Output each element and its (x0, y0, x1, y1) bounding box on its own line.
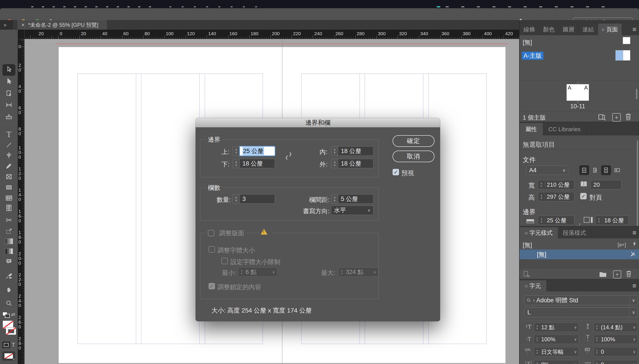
baseline-shift-field[interactable]: ∧∨ 0% ∨ (534, 360, 579, 364)
adjust-locked-checkbox[interactable]: ✓ (208, 283, 215, 289)
rectangle-tool[interactable] (5, 183, 13, 191)
tab-paragraph-styles[interactable]: 段落樣式 (558, 227, 591, 238)
tab-character[interactable]: ◇字元 (520, 280, 546, 292)
zoom-tool[interactable] (5, 299, 13, 307)
column-count-stepper[interactable]: ∧∨ (232, 194, 240, 204)
style-none-selected-row[interactable]: [無] (520, 250, 639, 259)
gap-tool[interactable] (5, 101, 13, 109)
master-a-row[interactable]: A-主版 (522, 52, 544, 60)
margin-inside-stepper-panel[interactable]: ∧∨ (596, 218, 602, 223)
pencil-tool[interactable] (5, 162, 13, 170)
master-none-swatch[interactable] (623, 37, 630, 44)
tab-cc-libraries[interactable]: CC Libraries (543, 123, 586, 136)
delete-style-button[interactable] (625, 270, 632, 278)
margin-inside-stepper[interactable]: ∧∨ (331, 146, 338, 156)
frame-tool[interactable] (5, 173, 13, 181)
master-a-swatch[interactable] (616, 50, 630, 60)
cancel-button[interactable]: 取消 (392, 150, 434, 162)
load-styles-icon[interactable] (523, 270, 530, 278)
margin-top-stepper-panel[interactable]: ∧∨ (538, 218, 545, 223)
gutter-input[interactable]: 5 公釐 (338, 194, 374, 204)
formatting-affects-container-button[interactable] (2, 342, 10, 348)
style-none-header-row[interactable]: [無] (523, 241, 532, 249)
tab-character-styles[interactable]: ◇字元樣式 (520, 227, 558, 238)
dialog-titlebar[interactable]: 邊界和欄 (196, 118, 440, 128)
v-ruler[interactable]: 020406080100120140160180200220240260280 (18, 39, 24, 364)
close-tab-icon[interactable]: × (22, 22, 24, 28)
font-style-combo[interactable]: L ∨ (524, 308, 638, 317)
free-transform-tool[interactable] (5, 227, 13, 235)
adjust-font-size-checkbox[interactable] (208, 246, 215, 252)
width-stepper[interactable]: ∧∨ (538, 182, 545, 187)
ruler-origin-box[interactable] (18, 30, 24, 39)
font-family-combo[interactable]: ∨ Adobe 明體 Std ∨ (524, 296, 638, 305)
note-tool[interactable] (5, 257, 13, 265)
margin-outside-input[interactable]: 18 公釐 (338, 159, 374, 168)
gradient-swatch-tool[interactable] (5, 237, 13, 245)
tab-links[interactable]: 連結 (578, 24, 598, 35)
orientation-portrait-button[interactable] (601, 165, 611, 175)
margin-outside-stepper[interactable]: ∧∨ (331, 159, 338, 168)
eyedropper-tool[interactable] (5, 272, 13, 280)
h-ruler[interactable]: 2002040608010012014016018020022024026028… (24, 30, 519, 39)
apply-none-button[interactable] (2, 351, 15, 361)
vertical-grid-tool[interactable] (5, 204, 13, 212)
column-count-input[interactable]: 3 (240, 194, 275, 204)
chevron-down-icon[interactable]: ∨ (630, 308, 638, 317)
pages-scrollbar[interactable] (636, 89, 638, 99)
facing-pages-checkbox[interactable]: ✓ (580, 193, 587, 200)
horizontal-scale-field[interactable]: ∧∨ 100% ∨ (594, 334, 638, 344)
chevron-down-icon[interactable]: ∨ (630, 296, 638, 305)
stroke-box-none[interactable] (6, 327, 18, 336)
tab-stroke[interactable]: 線條 (520, 24, 539, 35)
adjust-layout-checkbox[interactable] (208, 230, 214, 236)
swap-fill-stroke-icon[interactable]: ⇄ (11, 312, 15, 318)
delete-page-button[interactable] (624, 113, 632, 121)
min-size-combo[interactable]: ∧∨ 6 點 ∨ (238, 267, 278, 277)
gutter-stepper[interactable]: ∧∨ (331, 194, 338, 204)
height-stepper[interactable]: ∧∨ (538, 194, 545, 200)
panel-menu-icon[interactable]: ≡ (632, 227, 639, 238)
margin-bottom-stepper[interactable]: ∧∨ (232, 159, 240, 168)
default-fill-stroke-icon[interactable] (3, 312, 10, 318)
properties-scrollbar[interactable] (637, 140, 638, 234)
line-tool[interactable] (5, 141, 13, 149)
pages-count-field[interactable]: 20 (590, 180, 622, 189)
leading-field[interactable]: ∧∨ (14.4 點) ∨ (594, 322, 638, 332)
tracking-field[interactable]: ∧∨ 0 ∨ (594, 347, 638, 356)
tab-overflow-icon[interactable]: » (4, 22, 6, 28)
edit-page-size-icon[interactable] (598, 113, 606, 121)
margin-inside-input[interactable]: 18 公釐 (338, 146, 374, 156)
selection-tool[interactable] (5, 65, 13, 73)
direct-selection-tool[interactable] (5, 77, 13, 85)
scissors-tool[interactable]: ✂ (5, 216, 13, 224)
page-size-select[interactable]: A4 ∨ (526, 166, 568, 175)
margin-top-input[interactable]: 25 公釐 (240, 146, 275, 156)
preview-checkbox[interactable]: ✓ (392, 169, 399, 175)
margin-top-field[interactable]: ∧∨ 25 公釐 (538, 216, 574, 225)
spread-thumbnail[interactable]: A A (566, 84, 589, 101)
tab-pages[interactable]: ◇頁面 (598, 24, 622, 35)
font-size-field[interactable]: ∧∨ 12 點 ∨ (534, 322, 579, 332)
margin-top-stepper[interactable]: ∧∨ (232, 146, 240, 156)
new-page-button[interactable]: + (612, 113, 621, 122)
tab-properties[interactable]: 屬性 (520, 123, 543, 136)
font-size-limit-checkbox[interactable] (222, 258, 228, 264)
writing-direction-vertical-button[interactable]: 本 (590, 165, 600, 175)
formatting-affects-text-button[interactable]: T (12, 342, 15, 348)
orientation-landscape-button[interactable] (612, 165, 622, 175)
type-tool[interactable]: T (5, 130, 13, 138)
hand-tool[interactable] (5, 286, 13, 294)
new-style-button[interactable]: + (613, 270, 621, 278)
pen-tool[interactable] (5, 152, 13, 160)
margin-inside-field[interactable]: ∧∨ 18 公釐 (595, 216, 629, 225)
tab-color[interactable]: 顏色 (539, 24, 559, 35)
kerning-field[interactable]: ∧∨ 日文等幅 ∨ (534, 347, 579, 356)
jidori-field[interactable]: ∧∨ 0 ∨ (594, 360, 638, 364)
tab-layers[interactable]: 圖層 (559, 24, 578, 35)
page-tool[interactable] (5, 89, 13, 97)
ok-button[interactable]: 確定 (392, 135, 434, 147)
vertical-scale-field[interactable]: ∧∨ 100% ∨ (534, 334, 579, 344)
panel-menu-icon[interactable]: ≡ (632, 24, 639, 35)
document-tab[interactable]: × *未命名-2 @ 55% [GPU 預覽] (18, 20, 107, 30)
